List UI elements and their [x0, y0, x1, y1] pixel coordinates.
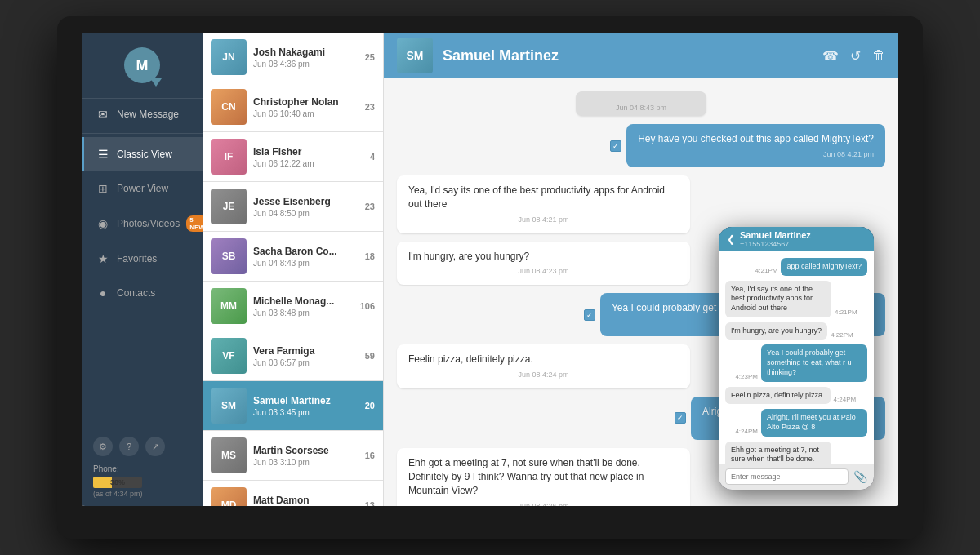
- contact-date: Jun 08 4:36 pm: [253, 60, 359, 69]
- contact-name: Isla Fisher: [253, 146, 363, 158]
- phone-message: Yea, I'd say its one of the best product…: [725, 281, 858, 317]
- contact-item[interactable]: MM Michelle Monag... Jun 03 8:48 pm 106: [203, 282, 383, 331]
- battery-percent: 38%: [110, 478, 125, 486]
- contact-info: Josh Nakagami Jun 08 4:36 pm: [253, 47, 359, 69]
- phone-status-bar: ❮ Samuel Martinez +11551234567: [719, 227, 874, 251]
- phone-message: Feelin pizza, definitely pizza.4:24PM: [725, 387, 856, 405]
- contact-count: 18: [365, 251, 375, 261]
- sidebar-bottom: ⚙ ? ↗ Phone: 38% (as of 4:34 pm): [82, 428, 203, 506]
- message-check: ✓: [675, 412, 686, 424]
- battery-fill: [93, 477, 112, 488]
- phone-message-input[interactable]: [725, 468, 849, 485]
- phone-info: Phone: 38% (as of 4:34 pm): [93, 464, 191, 498]
- logo-area: M: [82, 33, 203, 99]
- chat-header-actions: ☎ ↺ 🗑: [822, 48, 885, 64]
- contact-info: Isla Fisher Jun 06 12:22 am: [253, 146, 363, 168]
- phone-attach-icon[interactable]: 📎: [853, 470, 867, 483]
- contact-count: 4: [370, 152, 375, 162]
- contact-name: Martin Scorsese: [253, 445, 359, 456]
- contact-info: Sacha Baron Co... Jun 04 8:43 pm: [253, 246, 359, 268]
- phone-overlay: ❮ Samuel Martinez +11551234567 app calle…: [719, 227, 874, 490]
- contact-item[interactable]: CN Christopher Nolan Jun 06 10:40 am 23: [203, 82, 383, 132]
- sidebar-nav: ✉ New Message ☰ Classic View ⊞ Power Vie…: [82, 99, 203, 428]
- contact-avatar: CN: [211, 89, 247, 125]
- phone-bubble: app called MightyText?: [781, 258, 867, 276]
- sidebar-item-new-message[interactable]: ✉ New Message: [82, 99, 203, 130]
- battery-bar: 38%: [93, 477, 142, 488]
- chat-header: SM Samuel Martinez ☎ ↺ 🗑: [384, 33, 898, 78]
- contact-item[interactable]: SM Samuel Martinez Jun 03 3:45 pm 20: [203, 381, 383, 431]
- message-bubble: I'm hungry, are you hungry?Jun 08 4:23 p…: [397, 242, 690, 285]
- refresh-icon[interactable]: ↺: [850, 48, 861, 64]
- contact-item[interactable]: JN Josh Nakagami Jun 08 4:36 pm 25: [203, 33, 383, 82]
- phone-message-time: 4:21PM: [835, 309, 858, 317]
- contact-list: JN Josh Nakagami Jun 08 4:36 pm 25 CN Ch…: [203, 33, 384, 506]
- settings-icon[interactable]: ⚙: [93, 437, 113, 456]
- sidebar-item-photos-videos[interactable]: ◉ Photos/Videos 5 NEW: [82, 206, 203, 242]
- contact-name: Josh Nakagami: [253, 47, 359, 58]
- sidebar-item-label: Power View: [117, 183, 168, 194]
- contact-name: Jesse Eisenberg: [253, 196, 359, 207]
- contact-date: Jun 04 8:43 pm: [253, 259, 359, 268]
- contact-date: Jun 03 6:57 pm: [253, 358, 359, 367]
- contact-count: 25: [365, 52, 375, 62]
- contact-avatar: VF: [211, 338, 247, 374]
- sidebar-item-classic-view[interactable]: ☰ Classic View: [82, 137, 203, 171]
- app-logo: M: [124, 47, 160, 83]
- sidebar: M ✉ New Message ☰ Classic View ⊞ Power V…: [82, 33, 203, 506]
- contact-item[interactable]: IF Isla Fisher Jun 06 12:22 am 4: [203, 132, 383, 182]
- contact-avatar: IF: [211, 139, 247, 175]
- contact-info: Christopher Nolan Jun 06 10:40 am: [253, 96, 359, 118]
- contact-date: Jun 03 3:45 pm: [253, 408, 359, 417]
- contact-name: Christopher Nolan: [253, 96, 359, 108]
- contact-avatar: SM: [211, 388, 247, 424]
- message-group: ✓Hey have you checked out this app calle…: [397, 124, 885, 167]
- export-icon[interactable]: ↗: [145, 437, 165, 456]
- message-group: Yea, I'd say its one of the best product…: [397, 175, 885, 233]
- sidebar-item-power-view[interactable]: ⊞ Power View: [82, 171, 203, 206]
- sidebar-item-label: Classic View: [117, 149, 172, 160]
- new-message-icon: ✉: [96, 107, 110, 122]
- phone-message-time: 4:21PM: [755, 267, 778, 275]
- contact-count: 59: [365, 351, 375, 361]
- classic-view-icon: ☰: [96, 147, 110, 162]
- phone-message: I'm hungry, are you hungry?4:22PM: [725, 322, 853, 340]
- contact-info: Vera Farmiga Jun 03 6:57 pm: [253, 345, 359, 367]
- contact-item[interactable]: JE Jesse Eisenberg Jun 04 8:50 pm 23: [203, 182, 383, 232]
- message-bubble: Ehh got a meeting at 7, not sure when th…: [397, 448, 690, 506]
- phone-back-icon[interactable]: ❮: [727, 233, 735, 245]
- contact-name: Michelle Monag...: [253, 295, 354, 307]
- delete-icon[interactable]: 🗑: [872, 48, 885, 64]
- contact-date: Jun 03 8:48 pm: [253, 309, 354, 317]
- call-icon[interactable]: ☎: [822, 48, 839, 64]
- contact-info: Matt Damon May 30 1:03 pm: [253, 495, 359, 507]
- contact-date: Jun 04 8:50 pm: [253, 209, 359, 218]
- phone-message-time: 4:22PM: [831, 331, 853, 340]
- contact-date: Jun 06 10:40 am: [253, 109, 359, 118]
- contact-avatar: MM: [211, 288, 247, 324]
- help-icon[interactable]: ?: [119, 437, 139, 456]
- contact-avatar: MD: [211, 487, 247, 506]
- contact-count: 20: [365, 401, 375, 411]
- message-bubble: Feelin pizza, definitely pizza.Jun 08 4:…: [397, 344, 690, 388]
- chat-header-name: Samuel Martinez: [443, 47, 822, 64]
- contact-date: Jun 03 3:10 pm: [253, 458, 359, 467]
- phone-bubble: I'm hungry, are you hungry?: [725, 322, 827, 340]
- phone-message: Yea I could probably get something to ea…: [735, 344, 867, 381]
- phone-message-time: 4:24PM: [834, 396, 857, 404]
- contact-item[interactable]: MD Matt Damon May 30 1:03 pm 13: [203, 481, 383, 506]
- phone-contact-number: +11551234567: [740, 240, 811, 248]
- sidebar-item-favorites[interactable]: ★ Favorites: [82, 242, 203, 276]
- contact-avatar: JE: [211, 189, 247, 224]
- contact-count: 23: [365, 202, 375, 211]
- sidebar-item-contacts[interactable]: ● Contacts: [82, 276, 203, 310]
- phone-bubble: Yea I could probably get something to ea…: [761, 344, 867, 381]
- contact-count: 23: [365, 102, 375, 112]
- phone-messages: app called MightyText?4:21PMYea, I'd say…: [719, 251, 874, 464]
- contact-item[interactable]: MS Martin Scorsese Jun 03 3:10 pm 16: [203, 431, 383, 481]
- contact-item[interactable]: SB Sacha Baron Co... Jun 04 8:43 pm 18: [203, 232, 383, 282]
- contact-item[interactable]: VF Vera Farmiga Jun 03 6:57 pm 59: [203, 331, 383, 381]
- battery-time: (as of 4:34 pm): [93, 490, 191, 498]
- bottom-icons: ⚙ ? ↗: [93, 437, 191, 456]
- phone-bubble: Ehh got a meeting at 7, not sure when th…: [725, 442, 831, 464]
